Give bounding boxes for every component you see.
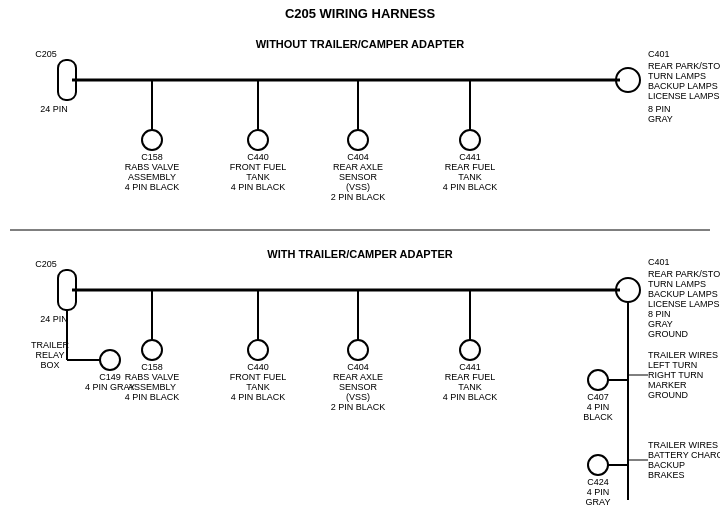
c440-text1: FRONT FUEL: [230, 162, 286, 172]
svg-point-23: [348, 340, 368, 360]
c401-color-1: GRAY: [648, 114, 673, 124]
trailer-relay-text3: BOX: [40, 360, 59, 370]
c424-desc4: BRAKES: [648, 470, 685, 480]
c401-s2-color: GRAY: [648, 319, 673, 329]
c407-desc3: RIGHT TURN: [648, 370, 703, 380]
c158-text2: ASSEMBLY: [128, 172, 176, 182]
svg-point-19: [142, 340, 162, 360]
section1-title: WITHOUT TRAILER/CAMPER ADAPTER: [256, 38, 465, 50]
c440-s2-text3: 4 PIN BLACK: [231, 392, 286, 402]
c401-text3: BACKUP LAMPS: [648, 81, 718, 91]
c158-text1: RABS VALVE: [125, 162, 180, 172]
c441-label-1: C441: [459, 152, 481, 162]
diagram-title: C205 WIRING HARNESS: [285, 6, 436, 21]
c205-label-1: C205: [35, 49, 57, 59]
c440-s2-text2: TANK: [246, 382, 269, 392]
c404-s2-text1: REAR AXLE: [333, 372, 383, 382]
c404-s2-text4: 2 PIN BLACK: [331, 402, 386, 412]
c407-desc1: TRAILER WIRES: [648, 350, 718, 360]
c441-text1: REAR FUEL: [445, 162, 496, 172]
c404-label-1: C404: [347, 152, 369, 162]
c158-s2-text3: 4 PIN BLACK: [125, 392, 180, 402]
c158-s2-text1: RABS VALVE: [125, 372, 180, 382]
c205-pin-2: 24 PIN: [40, 314, 68, 324]
c158-label-1: C158: [141, 152, 163, 162]
c440-text2: TANK: [246, 172, 269, 182]
c404-s2-text3: (VSS): [346, 392, 370, 402]
c441-text3: 4 PIN BLACK: [443, 182, 498, 192]
c401-label-2: C401: [648, 257, 670, 267]
svg-point-28: [588, 370, 608, 390]
c404-label-2: C404: [347, 362, 369, 372]
c424-desc2: BATTERY CHARGE: [648, 450, 720, 460]
c440-label-1: C440: [247, 152, 269, 162]
trailer-relay-text: TRAILER: [31, 340, 70, 350]
c440-s2-text1: FRONT FUEL: [230, 372, 286, 382]
c407-desc4: MARKER: [648, 380, 687, 390]
c407-desc5: GROUND: [648, 390, 688, 400]
c401-s2-ground: GROUND: [648, 329, 688, 339]
trailer-relay-text2: RELAY: [36, 350, 65, 360]
c407-label: C407: [587, 392, 609, 402]
svg-point-21: [248, 340, 268, 360]
c401-pin-1: 8 PIN: [648, 104, 671, 114]
c441-s2-text3: 4 PIN BLACK: [443, 392, 498, 402]
c205-label-2: C205: [35, 259, 57, 269]
c440-text3: 4 PIN BLACK: [231, 182, 286, 192]
c407-desc2: LEFT TURN: [648, 360, 697, 370]
svg-point-8: [348, 130, 368, 150]
c424-text2: GRAY: [586, 497, 611, 507]
c424-label: C424: [587, 477, 609, 487]
svg-point-6: [248, 130, 268, 150]
c440-label-2: C440: [247, 362, 269, 372]
c401-s2-text3: BACKUP LAMPS: [648, 289, 718, 299]
c404-text4: 2 PIN BLACK: [331, 192, 386, 202]
c401-s2-text4: LICENSE LAMPS: [648, 299, 720, 309]
svg-point-10: [460, 130, 480, 150]
c401-s2-text1: REAR PARK/STOP: [648, 269, 720, 279]
section2-title: WITH TRAILER/CAMPER ADAPTER: [267, 248, 452, 260]
c401-text1: REAR PARK/STOP: [648, 61, 720, 71]
c158-text3: 4 PIN BLACK: [125, 182, 180, 192]
c401-text2: TURN LAMPS: [648, 71, 706, 81]
c404-text3: (VSS): [346, 182, 370, 192]
c424-desc3: BACKUP: [648, 460, 685, 470]
svg-point-31: [588, 455, 608, 475]
c158-s2-text2: ASSEMBLY: [128, 382, 176, 392]
c441-label-2: C441: [459, 362, 481, 372]
c424-text1: 4 PIN: [587, 487, 610, 497]
svg-point-4: [142, 130, 162, 150]
c401-label-1: C401: [648, 49, 670, 59]
diagram-container: C205 WIRING HARNESS WITHOUT TRAILER/CAMP…: [0, 0, 720, 517]
c404-s2-text2: SENSOR: [339, 382, 378, 392]
c407-text1: 4 PIN: [587, 402, 610, 412]
c404-text1: REAR AXLE: [333, 162, 383, 172]
c404-text2: SENSOR: [339, 172, 378, 182]
c401-s2-pin: 8 PIN: [648, 309, 671, 319]
c401-text4: LICENSE LAMPS: [648, 91, 720, 101]
c441-s2-text2: TANK: [458, 382, 481, 392]
c441-text2: TANK: [458, 172, 481, 182]
c441-s2-text1: REAR FUEL: [445, 372, 496, 382]
c158-label-2: C158: [141, 362, 163, 372]
svg-point-25: [460, 340, 480, 360]
c407-text2: BLACK: [583, 412, 613, 422]
c424-desc1: TRAILER WIRES: [648, 440, 718, 450]
c401-s2-text2: TURN LAMPS: [648, 279, 706, 289]
c149-label: C149: [99, 372, 121, 382]
c205-pin-1: 24 PIN: [40, 104, 68, 114]
svg-point-16: [100, 350, 120, 370]
